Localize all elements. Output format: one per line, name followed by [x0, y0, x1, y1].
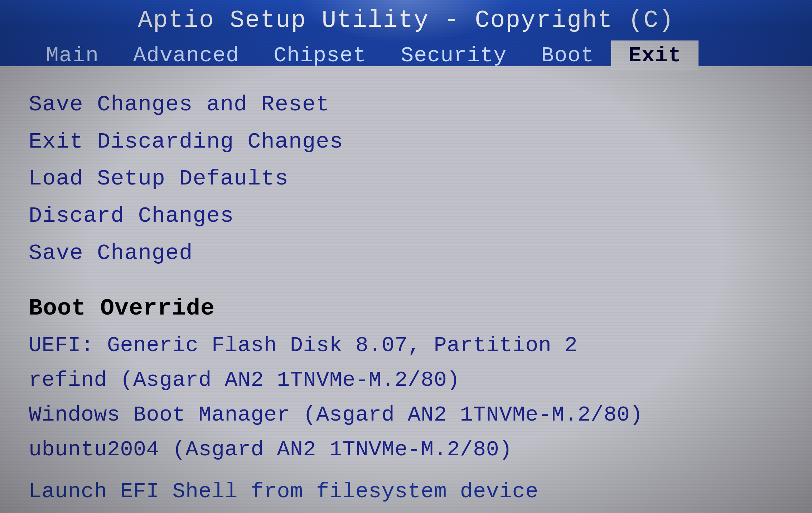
- title-row: Aptio Setup Utility - Copyright (C): [0, 0, 812, 37]
- section-gap-1: [29, 272, 783, 289]
- discard-changes-item[interactable]: Discard Changes: [29, 197, 783, 235]
- header-bar: Aptio Setup Utility - Copyright (C) Main…: [0, 0, 812, 66]
- refind-item[interactable]: refind (Asgard AN2 1TNVMe-M.2/80): [29, 363, 783, 398]
- nav-security[interactable]: Security: [383, 40, 524, 71]
- exit-discarding-item[interactable]: Exit Discarding Changes: [29, 123, 783, 160]
- nav-boot[interactable]: Boot: [524, 40, 611, 71]
- launch-efi-item[interactable]: Launch EFI Shell from filesystem device: [29, 474, 783, 509]
- windows-boot-item[interactable]: Windows Boot Manager (Asgard AN2 1TNVMe-…: [29, 398, 783, 432]
- nav-exit[interactable]: Exit: [611, 40, 699, 71]
- content-area: Save Changes and Reset Exit Discarding C…: [0, 66, 812, 513]
- ubuntu-item[interactable]: ubuntu2004 (Asgard AN2 1TNVMe-M.2/80): [29, 432, 783, 467]
- save-changed-item[interactable]: Save Changed: [29, 235, 783, 272]
- bios-screen: Aptio Setup Utility - Copyright (C) Main…: [0, 0, 812, 513]
- nav-main[interactable]: Main: [29, 40, 116, 71]
- nav-advanced[interactable]: Advanced: [116, 40, 256, 71]
- uefi-flash-item[interactable]: UEFI: Generic Flash Disk 8.07, Partition…: [29, 328, 783, 363]
- app-title: Aptio Setup Utility - Copyright (C): [138, 6, 674, 34]
- boot-override-header: Boot Override: [29, 289, 783, 328]
- load-defaults-item[interactable]: Load Setup Defaults: [29, 160, 783, 197]
- save-changes-reset-item[interactable]: Save Changes and Reset: [29, 86, 783, 123]
- nav-chipset[interactable]: Chipset: [256, 40, 383, 71]
- nav-row: Main Advanced Chipset Security Boot Exit: [0, 37, 812, 71]
